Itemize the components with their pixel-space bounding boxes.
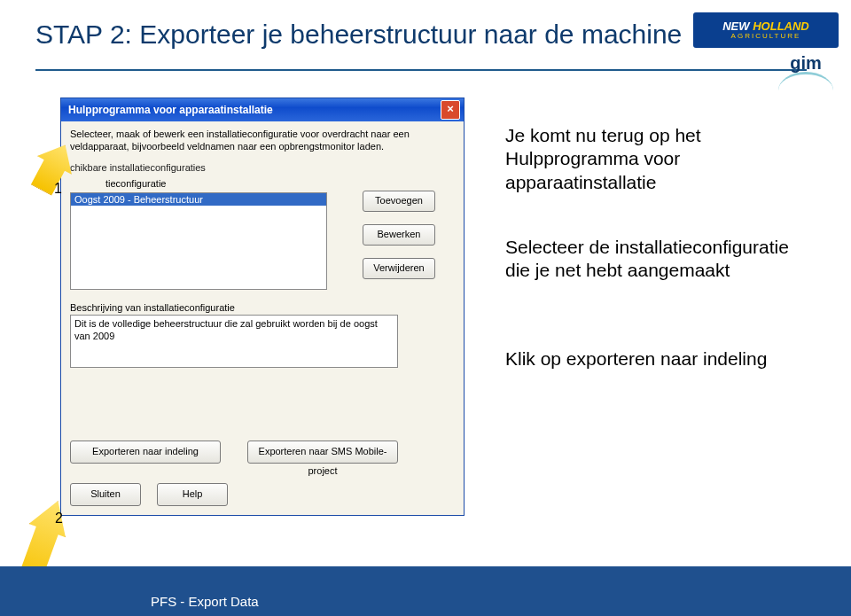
dialog-instructions: Selecteer, maak of bewerk een installati…	[70, 129, 455, 153]
close-button[interactable]: ×	[441, 100, 460, 120]
title-underline	[35, 69, 807, 71]
delete-button[interactable]: Verwijderen	[363, 258, 435, 279]
help-button[interactable]: Help	[157, 483, 228, 506]
dialog-titlebar[interactable]: Hulpprogramma voor apparaatinstallatie ×	[61, 98, 464, 121]
add-button[interactable]: Toevoegen	[363, 191, 435, 212]
config-list-item[interactable]: Oogst 2009 - Beheerstructuur	[71, 193, 326, 206]
configs-label: chikbare installatieconfiguraties	[70, 162, 455, 173]
footer-bar: PFS - Export Data	[0, 566, 851, 616]
export-sms-button[interactable]: Exporteren naar SMS Mobile-project	[247, 441, 398, 464]
brand-subtext: AGRICULTURE	[722, 33, 809, 40]
export-format-button[interactable]: Exporteren naar indeling	[70, 441, 221, 464]
description-label: Beschrijving van installatieconfiguratie	[70, 302, 455, 313]
gim-logo: gim	[778, 53, 833, 90]
arrow-2-number: 2	[55, 511, 63, 526]
footer-text: PFS - Export Data	[151, 594, 259, 609]
annotation-2: Selecteer de installatieconfiguratie die…	[505, 236, 798, 283]
slide-title: STAP 2: Exporteer je beheerstructuur naa…	[35, 19, 682, 50]
description-box[interactable]: Dit is de volledige beheerstructuur die …	[70, 315, 398, 368]
brand-text-new: NEW	[722, 19, 749, 33]
brand-logo: NEW HOLLAND AGRICULTURE	[693, 12, 839, 48]
config-sublabel: tieconfiguratie	[105, 178, 419, 189]
annotation-3: Klik op exporteren naar indeling	[505, 347, 798, 370]
gim-arc-icon	[778, 72, 833, 90]
close-dialog-button[interactable]: Sluiten	[70, 483, 141, 506]
dialog-title: Hulpprogramma voor apparaatinstallatie	[68, 104, 273, 116]
arrow-1-number: 1	[54, 181, 62, 197]
annotation-1: Je komt nu terug op het Hulpprogramma vo…	[505, 124, 798, 194]
brand-text-holland: HOLLAND	[750, 19, 809, 33]
config-listbox[interactable]: Oogst 2009 - Beheerstructuur	[70, 192, 327, 290]
gim-text: gim	[778, 53, 833, 74]
edit-button[interactable]: Bewerken	[363, 224, 435, 246]
install-dialog: Hulpprogramma voor apparaatinstallatie ×…	[60, 97, 465, 516]
